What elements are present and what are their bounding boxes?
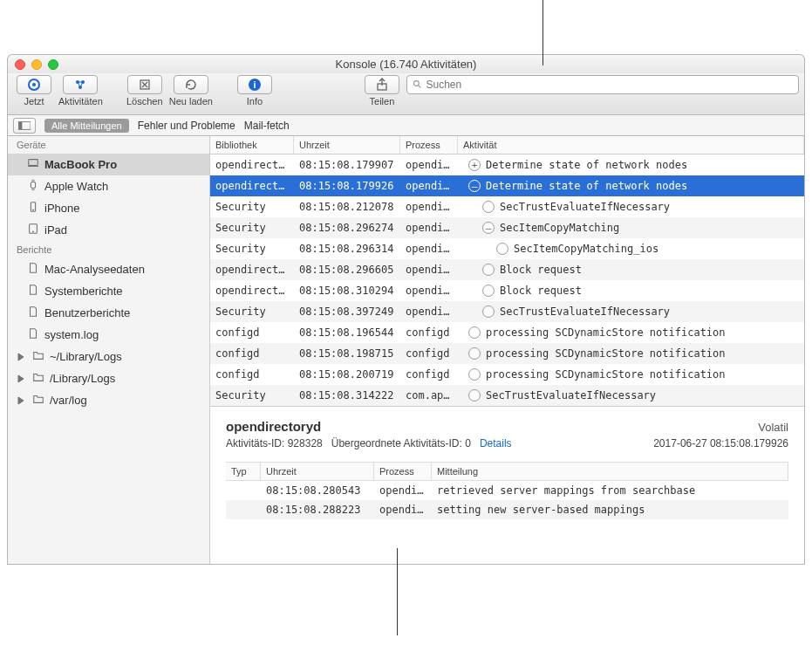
tree-node-icon[interactable] bbox=[468, 368, 481, 381]
tree-node-icon[interactable] bbox=[482, 305, 495, 318]
detail-row[interactable]: 08:15:08.280543opendi…retrieved server m… bbox=[226, 481, 788, 500]
log-row[interactable]: opendirect…08:15:08.296605opendi…Block r… bbox=[210, 259, 804, 280]
sidebar-report-item[interactable]: Systemberichte bbox=[8, 280, 209, 302]
filter-all-messages[interactable]: Alle Mitteilungen bbox=[44, 119, 129, 133]
toolbar-now-button[interactable]: Jetzt bbox=[13, 75, 55, 106]
log-cell-time: 08:15:08.200719 bbox=[294, 368, 400, 381]
col-process[interactable]: Prozess bbox=[400, 136, 458, 154]
disclosure-triangle-icon[interactable] bbox=[17, 396, 25, 405]
disclosure-triangle-icon[interactable] bbox=[17, 374, 25, 383]
log-activity-text: SecTrustEvaluateIfNecessary bbox=[500, 305, 670, 318]
tree-node-icon[interactable] bbox=[482, 201, 495, 213]
sidebar-device-item[interactable]: iPhone bbox=[8, 197, 209, 219]
tree-node-icon[interactable] bbox=[482, 285, 495, 297]
col-activity[interactable]: Aktivität bbox=[458, 136, 804, 154]
detail-cell-time: 08:15:08.288223 bbox=[261, 504, 374, 516]
log-row[interactable]: opendirect…08:15:08.179926opendi…–Determ… bbox=[210, 175, 804, 196]
tree-node-icon[interactable] bbox=[496, 243, 508, 255]
search-field[interactable] bbox=[406, 75, 799, 94]
sidebar-device-item[interactable]: Apple Watch bbox=[8, 175, 209, 197]
log-row[interactable]: Security08:15:08.314222com.ap…SecTrustEv… bbox=[210, 385, 804, 406]
col-time[interactable]: Uhrzeit bbox=[294, 136, 400, 154]
log-row[interactable]: Security08:15:08.397249opendi…SecTrustEv… bbox=[210, 301, 804, 322]
tree-node-icon[interactable] bbox=[468, 326, 481, 339]
laptop-icon bbox=[27, 157, 39, 172]
sidebar-report-item[interactable]: Benutzerberichte bbox=[8, 302, 209, 324]
detail-col-time[interactable]: Uhrzeit bbox=[261, 463, 374, 480]
log-cell-process: opendi… bbox=[400, 285, 458, 297]
log-activity-text: SecTrustEvaluateIfNecessary bbox=[486, 389, 656, 401]
log-row[interactable]: Security08:15:08.296314opendi…SecItemCop… bbox=[210, 238, 804, 259]
tree-node-icon[interactable] bbox=[468, 389, 481, 401]
log-cell-library: Security bbox=[210, 222, 294, 234]
traffic-light-zoom[interactable] bbox=[48, 59, 58, 70]
log-cell-time: 08:15:08.314222 bbox=[294, 389, 400, 401]
log-cell-time: 08:15:08.296605 bbox=[294, 264, 400, 276]
log-cell-time: 08:15:08.196544 bbox=[294, 326, 400, 339]
toolbar-info-button[interactable]: i Info bbox=[234, 75, 276, 106]
sidebar-item-label: Benutzerberichte bbox=[44, 306, 130, 319]
toolbar-activities-button[interactable]: Aktivitäten bbox=[58, 75, 103, 106]
log-cell-process: configd bbox=[400, 347, 458, 360]
tree-node-icon[interactable]: + bbox=[468, 159, 481, 171]
toolbar-clear-button[interactable]: Löschen bbox=[124, 75, 166, 106]
svg-rect-12 bbox=[29, 160, 38, 166]
sidebar-item-label: iPad bbox=[44, 223, 67, 237]
toolbar-reload-button[interactable]: Neu laden bbox=[169, 75, 213, 106]
log-activity-text: SecItemCopyMatching bbox=[500, 222, 619, 234]
log-activity-text: Block request bbox=[500, 264, 582, 276]
traffic-light-close[interactable] bbox=[15, 59, 25, 70]
folder-icon bbox=[32, 371, 44, 386]
log-row[interactable]: configd08:15:08.198715configdprocessing … bbox=[210, 343, 804, 364]
disclosure-triangle-icon[interactable] bbox=[17, 353, 25, 361]
log-row[interactable]: opendirect…08:15:08.310294opendi…Block r… bbox=[210, 280, 804, 301]
detail-row[interactable]: 08:15:08.288223opendi…setting new server… bbox=[226, 500, 788, 519]
detail-details-link[interactable]: Details bbox=[480, 437, 512, 450]
phone-icon bbox=[27, 201, 39, 216]
svg-point-15 bbox=[32, 209, 33, 210]
toolbar-share-button[interactable]: Teilen bbox=[361, 75, 403, 106]
tree-node-icon[interactable] bbox=[468, 347, 481, 360]
sidebar-item-label: iPhone bbox=[44, 202, 79, 215]
log-row[interactable]: opendirect…08:15:08.179907opendi…+Determ… bbox=[210, 154, 804, 175]
sidebar-folder-item[interactable]: ~/Library/Logs bbox=[8, 346, 209, 367]
log-row[interactable]: configd08:15:08.200719configdprocessing … bbox=[210, 364, 804, 385]
log-cell-time: 08:15:08.296314 bbox=[294, 243, 400, 255]
tree-node-icon[interactable]: – bbox=[468, 180, 481, 192]
sidebar-folder-item[interactable]: /var/log bbox=[8, 389, 209, 411]
detail-col-proc[interactable]: Prozess bbox=[374, 463, 432, 480]
log-row[interactable]: Security08:15:08.212078opendi…SecTrustEv… bbox=[210, 196, 804, 217]
detail-cell-proc: opendi… bbox=[374, 484, 432, 497]
filter-errors[interactable]: Fehler und Probleme bbox=[138, 120, 235, 132]
detail-pane: opendirectoryd Volatil Aktivitäts-ID: 92… bbox=[210, 406, 804, 519]
log-cell-activity: processing SCDynamicStore notification bbox=[458, 368, 804, 381]
filter-mailfetch[interactable]: Mail-fetch bbox=[244, 120, 290, 132]
toolbar-info-label: Info bbox=[247, 96, 263, 106]
toolbar-activities-label: Aktivitäten bbox=[58, 96, 103, 106]
log-cell-process: opendi… bbox=[400, 180, 458, 192]
detail-process-name: opendirectoryd bbox=[226, 419, 321, 434]
search-input[interactable] bbox=[426, 79, 793, 91]
detail-meta-left: Aktivitäts-ID: 928328 Übergeordnete Akti… bbox=[226, 437, 512, 450]
log-cell-library: Security bbox=[210, 389, 294, 401]
detail-table-header[interactable]: Typ Uhrzeit Prozess Mitteilung bbox=[226, 462, 788, 481]
col-library[interactable]: Bibliothek bbox=[210, 136, 294, 154]
detail-col-typ[interactable]: Typ bbox=[226, 463, 261, 480]
sidebar: Geräte MacBook ProApple WatchiPhoneiPad … bbox=[8, 136, 210, 564]
log-row[interactable]: Security08:15:08.296274opendi…–SecItemCo… bbox=[210, 217, 804, 238]
log-columns-header[interactable]: Bibliothek Uhrzeit Prozess Aktivität bbox=[210, 136, 804, 154]
log-cell-process: configd bbox=[400, 368, 458, 381]
detail-col-msg[interactable]: Mitteilung bbox=[432, 463, 788, 480]
tree-node-icon[interactable]: – bbox=[482, 222, 495, 234]
sidebar-toggle-button[interactable] bbox=[13, 118, 36, 134]
sidebar-report-item[interactable]: system.log bbox=[8, 324, 209, 346]
toolbar: Jetzt Aktivitäten Löschen Neu laden i In… bbox=[7, 73, 805, 115]
sidebar-device-item[interactable]: iPad bbox=[8, 219, 209, 241]
sidebar-device-item[interactable]: MacBook Pro bbox=[8, 154, 209, 175]
log-row[interactable]: configd08:15:08.196544configdprocessing … bbox=[210, 322, 804, 343]
log-pane: Bibliothek Uhrzeit Prozess Aktivität ope… bbox=[210, 136, 804, 564]
traffic-light-minimize[interactable] bbox=[31, 59, 42, 70]
sidebar-folder-item[interactable]: /Library/Logs bbox=[8, 367, 209, 389]
tree-node-icon[interactable] bbox=[482, 264, 495, 276]
sidebar-report-item[interactable]: Mac-Analyseedaten bbox=[8, 258, 209, 280]
